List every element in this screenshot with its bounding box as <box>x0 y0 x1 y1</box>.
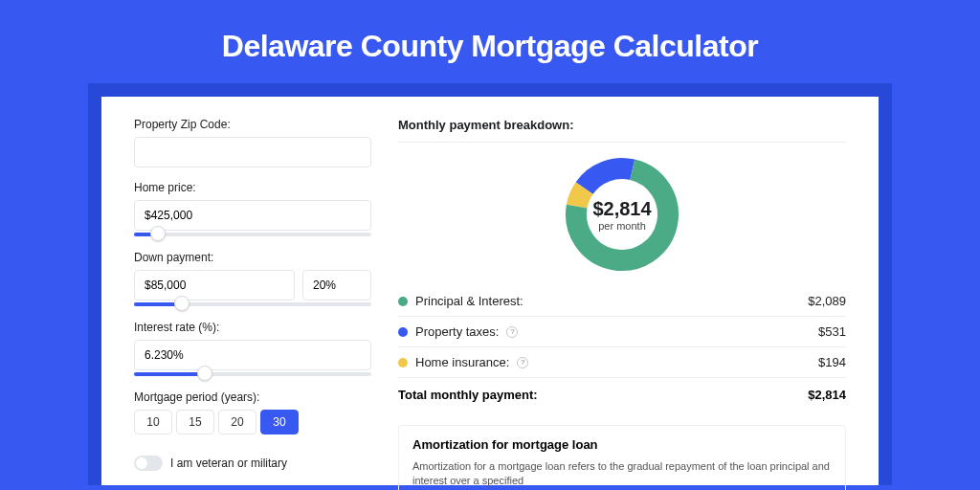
item-value: $194 <box>818 355 846 369</box>
result-column: Monthly payment breakdown: $2,814 per mo… <box>398 118 846 485</box>
slider-thumb-icon[interactable] <box>174 296 189 311</box>
amort-title: Amortization for mortgage loan <box>412 437 832 452</box>
breakdown-item: Property taxes:?$531 <box>398 317 846 347</box>
breakdown-item: Home insurance:?$194 <box>398 347 846 378</box>
toggle-knob-icon <box>136 457 147 469</box>
price-input[interactable] <box>134 200 371 231</box>
panel-outer: Property Zip Code: Home price: Down paym… <box>88 83 892 485</box>
donut-container: $2,814 per month <box>398 143 846 286</box>
slider-track <box>134 233 371 236</box>
legend-dot-icon <box>398 327 408 337</box>
veteran-toggle[interactable] <box>134 456 163 471</box>
period-buttons: 10152030 <box>134 410 371 434</box>
info-icon[interactable]: ? <box>517 357 528 368</box>
down-slider[interactable] <box>134 300 371 307</box>
item-label: Principal & Interest: <box>415 294 523 308</box>
donut-sub: per month <box>598 220 646 232</box>
breakdown-item: Principal & Interest:$2,089 <box>398 286 846 317</box>
item-label: Home insurance: <box>415 355 509 369</box>
item-value: $2,089 <box>808 294 846 308</box>
period-button-15[interactable]: 15 <box>176 410 214 434</box>
total-label: Total monthly payment: <box>398 388 538 402</box>
veteran-label: I am veteran or military <box>170 457 287 470</box>
donut-amount: $2,814 <box>592 198 651 220</box>
info-icon[interactable]: ? <box>506 326 518 338</box>
period-button-30[interactable]: 30 <box>260 410 299 434</box>
zip-label: Property Zip Code: <box>134 118 371 131</box>
down-pct-input[interactable] <box>302 270 371 301</box>
price-label: Home price: <box>134 181 371 194</box>
veteran-row: I am veteran or military <box>134 456 371 471</box>
calculator-panel: Property Zip Code: Home price: Down paym… <box>101 97 879 485</box>
amortization-card: Amortization for mortgage loan Amortizat… <box>398 425 846 490</box>
item-value: $531 <box>818 324 846 339</box>
period-label: Mortgage period (years): <box>134 390 371 404</box>
period-button-20[interactable]: 20 <box>218 410 256 434</box>
down-amount-input[interactable] <box>134 270 295 301</box>
price-slider[interactable] <box>134 230 371 237</box>
total-row: Total monthly payment: $2,814 <box>398 378 846 412</box>
rate-input[interactable] <box>134 340 371 370</box>
down-label: Down payment: <box>134 251 371 264</box>
zip-input[interactable] <box>134 137 371 167</box>
total-value: $2,814 <box>808 388 846 402</box>
slider-thumb-icon[interactable] <box>197 366 212 381</box>
payment-donut: $2,814 per month <box>563 155 681 274</box>
breakdown-title: Monthly payment breakdown: <box>398 118 846 138</box>
legend-dot-icon <box>398 297 408 306</box>
rate-slider[interactable] <box>134 369 371 377</box>
rate-label: Interest rate (%): <box>134 321 371 334</box>
page-title: Delaware County Mortgage Calculator <box>0 0 980 83</box>
legend-dot-icon <box>398 358 408 368</box>
slider-fill <box>134 372 205 376</box>
slider-thumb-icon[interactable] <box>150 226 166 241</box>
period-button-10[interactable]: 10 <box>134 410 172 434</box>
item-label: Property taxes: <box>415 324 499 339</box>
form-column: Property Zip Code: Home price: Down paym… <box>134 118 371 485</box>
amort-body: Amortization for a mortgage loan refers … <box>412 459 832 489</box>
